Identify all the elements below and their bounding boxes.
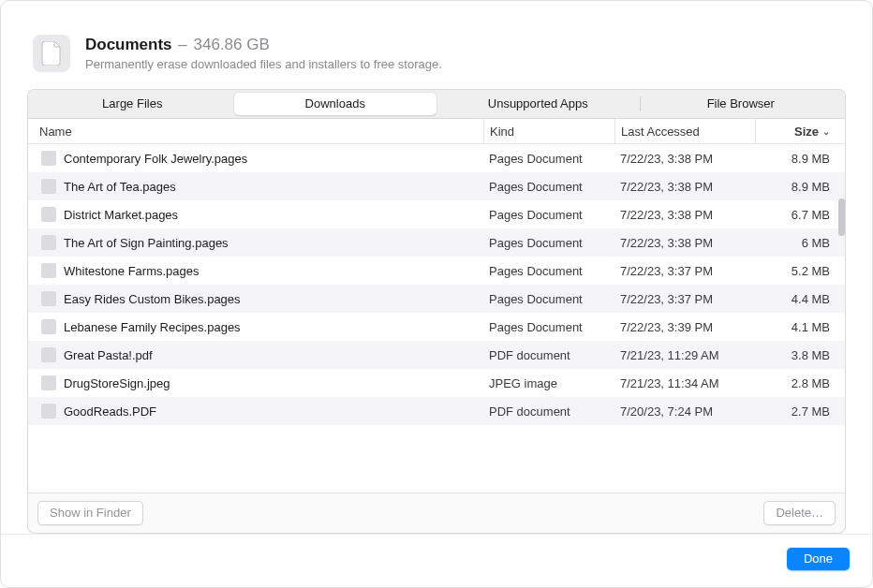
file-size: 4.1 MB bbox=[755, 313, 839, 341]
file-name: Easy Rides Custom Bikes.pages bbox=[64, 292, 241, 306]
table-row[interactable]: GoodReads.PDFPDF document7/20/23, 7:24 P… bbox=[28, 397, 845, 425]
file-size: 6 MB bbox=[755, 228, 839, 257]
file-last-accessed: 7/22/23, 3:37 PM bbox=[614, 257, 755, 285]
title-separator: – bbox=[178, 36, 186, 53]
file-size: 6.7 MB bbox=[755, 200, 839, 228]
footer: Done bbox=[1, 534, 872, 587]
file-icon bbox=[41, 235, 56, 250]
file-last-accessed: 7/22/23, 3:38 PM bbox=[614, 172, 755, 200]
file-kind: JPEG image bbox=[483, 369, 614, 397]
chevron-down-icon: ⌄ bbox=[822, 126, 830, 137]
file-size: 2.7 MB bbox=[755, 397, 839, 425]
file-name: Contemporary Folk Jewelry.pages bbox=[64, 152, 247, 166]
file-icon bbox=[41, 291, 56, 306]
header-title-row: Documents – 346.86 GB bbox=[85, 35, 442, 55]
file-size: 5.2 MB bbox=[755, 257, 839, 285]
done-button[interactable]: Done bbox=[787, 548, 850, 570]
action-bar: Show in Finder Delete… bbox=[27, 492, 846, 534]
file-name: GoodReads.PDF bbox=[64, 404, 156, 419]
file-last-accessed: 7/21/23, 11:29 AM bbox=[614, 341, 755, 369]
file-last-accessed: 7/22/23, 3:37 PM bbox=[614, 285, 755, 313]
file-name: Great Pasta!.pdf bbox=[64, 348, 153, 362]
column-header-last-accessed[interactable]: Last Accessed bbox=[614, 119, 755, 143]
table-header: Name Kind Last Accessed Size ⌄ bbox=[28, 119, 845, 144]
file-last-accessed: 7/21/23, 11:34 AM bbox=[614, 369, 755, 397]
file-kind: PDF document bbox=[483, 397, 614, 425]
file-kind: Pages Document bbox=[483, 172, 614, 200]
show-in-finder-button[interactable]: Show in Finder bbox=[37, 501, 143, 525]
tab-file-browser[interactable]: File Browser bbox=[640, 93, 843, 115]
page-title: Documents bbox=[85, 36, 172, 53]
table-row[interactable]: Easy Rides Custom Bikes.pagesPages Docum… bbox=[28, 285, 845, 313]
file-size: 2.8 MB bbox=[755, 369, 839, 397]
file-icon bbox=[41, 319, 56, 334]
storage-documents-window: Documents – 346.86 GB Permanently erase … bbox=[0, 0, 873, 588]
file-last-accessed: 7/22/23, 3:38 PM bbox=[614, 144, 755, 172]
file-name: Lebanese Family Recipes.pages bbox=[64, 320, 241, 334]
file-kind: Pages Document bbox=[483, 228, 614, 257]
file-last-accessed: 7/22/23, 3:39 PM bbox=[614, 313, 755, 341]
file-icon bbox=[41, 404, 56, 419]
column-header-kind[interactable]: Kind bbox=[483, 119, 614, 143]
tab-unsupported-apps[interactable]: Unsupported Apps bbox=[436, 93, 640, 115]
column-header-size-label: Size bbox=[794, 125, 819, 139]
tab-bar: Large Files Downloads Unsupported Apps F… bbox=[28, 90, 845, 119]
file-size: 3.8 MB bbox=[755, 341, 839, 369]
file-kind: Pages Document bbox=[483, 285, 614, 313]
page-subtitle: Permanently erase downloaded files and i… bbox=[85, 57, 442, 71]
file-list[interactable]: Contemporary Folk Jewelry.pagesPages Doc… bbox=[28, 144, 845, 492]
file-icon bbox=[41, 207, 56, 222]
file-kind: Pages Document bbox=[483, 313, 614, 341]
header: Documents – 346.86 GB Permanently erase … bbox=[1, 1, 872, 89]
delete-button[interactable]: Delete… bbox=[763, 501, 836, 525]
file-icon bbox=[41, 179, 56, 194]
file-name: Whitestone Farms.pages bbox=[64, 264, 200, 278]
file-name: District Market.pages bbox=[64, 208, 178, 222]
table-row[interactable]: Lebanese Family Recipes.pagesPages Docum… bbox=[28, 313, 845, 341]
tab-large-files[interactable]: Large Files bbox=[31, 93, 234, 115]
table-row[interactable]: District Market.pagesPages Document7/22/… bbox=[28, 200, 845, 228]
file-icon bbox=[41, 375, 56, 390]
file-size: 8.9 MB bbox=[755, 172, 839, 200]
total-size: 346.86 GB bbox=[194, 36, 270, 53]
column-header-name[interactable]: Name bbox=[34, 125, 483, 139]
file-name: The Art of Tea.pages bbox=[64, 180, 176, 194]
file-kind: Pages Document bbox=[483, 257, 614, 285]
content-frame: Large Files Downloads Unsupported Apps F… bbox=[27, 89, 846, 492]
documents-icon bbox=[33, 35, 70, 72]
column-header-size[interactable]: Size ⌄ bbox=[755, 119, 839, 143]
file-last-accessed: 7/22/23, 3:38 PM bbox=[614, 228, 755, 257]
file-icon bbox=[41, 263, 56, 278]
file-icon bbox=[41, 151, 56, 166]
file-name: The Art of Sign Painting.pages bbox=[64, 236, 229, 250]
file-kind: Pages Document bbox=[483, 144, 614, 172]
file-last-accessed: 7/22/23, 3:38 PM bbox=[614, 200, 755, 228]
file-kind: Pages Document bbox=[483, 200, 614, 228]
tab-downloads[interactable]: Downloads bbox=[234, 93, 437, 115]
file-size: 4.4 MB bbox=[755, 285, 839, 313]
file-size: 8.9 MB bbox=[755, 144, 839, 172]
table-row[interactable]: Whitestone Farms.pagesPages Document7/22… bbox=[28, 257, 845, 285]
table-row[interactable]: DrugStoreSign.jpegJPEG image7/21/23, 11:… bbox=[28, 369, 845, 397]
file-icon bbox=[41, 347, 56, 362]
table-row[interactable]: Great Pasta!.pdfPDF document7/21/23, 11:… bbox=[28, 341, 845, 369]
file-name: DrugStoreSign.jpeg bbox=[64, 376, 170, 390]
scrollbar-thumb[interactable] bbox=[838, 198, 845, 236]
file-last-accessed: 7/20/23, 7:24 PM bbox=[614, 397, 755, 425]
table-row[interactable]: The Art of Tea.pagesPages Document7/22/2… bbox=[28, 172, 845, 200]
table-row[interactable]: The Art of Sign Painting.pagesPages Docu… bbox=[28, 228, 845, 257]
file-kind: PDF document bbox=[483, 341, 614, 369]
table-row[interactable]: Contemporary Folk Jewelry.pagesPages Doc… bbox=[28, 144, 845, 172]
